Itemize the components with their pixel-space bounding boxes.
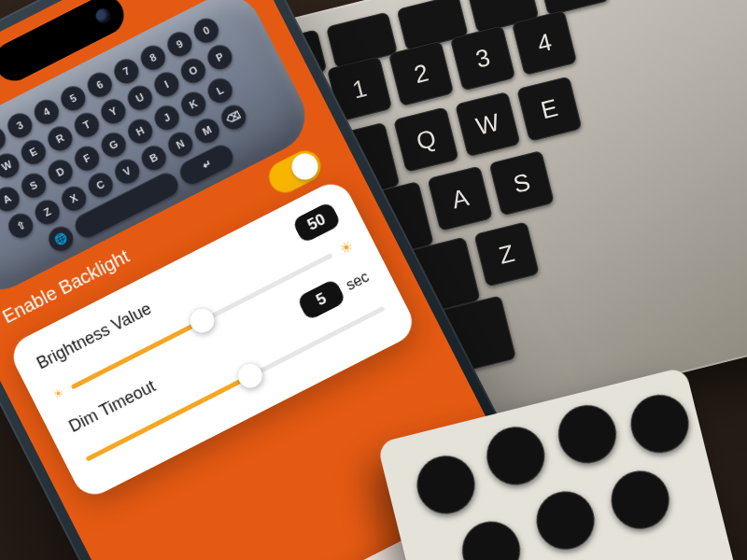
sun-small-icon: ☀︎ (51, 385, 66, 401)
ext-key: E (516, 77, 582, 142)
ext-key: Q (393, 106, 458, 172)
mini-key: C (84, 169, 117, 202)
mini-key: K (177, 88, 210, 120)
dim-timeout-unit: sec (344, 269, 372, 294)
mini-key: A (0, 183, 23, 216)
mini-key: 0 (190, 14, 222, 47)
mini-key: G (97, 129, 130, 161)
ext-key: A (428, 165, 493, 231)
mini-key: J (150, 101, 183, 133)
slider-thumb[interactable] (233, 359, 266, 392)
toggle-knob (288, 149, 323, 185)
mini-key: I (150, 68, 183, 101)
mini-key: 6 (83, 68, 116, 101)
mini-key: F (71, 142, 104, 175)
mini-key: B (137, 142, 170, 175)
mini-key: 9 (163, 28, 196, 61)
mini-key: D (44, 156, 77, 189)
signal-icon (141, 0, 169, 2)
mini-key: L (204, 74, 236, 106)
mini-key: N (164, 128, 197, 161)
mini-key: M (190, 114, 223, 147)
mini-key: ⌫ (218, 101, 250, 133)
ext-key: 3 (450, 25, 515, 91)
mini-key: 5 (57, 82, 90, 115)
mini-key: Z (31, 196, 63, 229)
mini-key: 3 (4, 109, 36, 142)
mini-key: S (18, 169, 50, 202)
mini-key: E (17, 135, 49, 168)
slider-thumb[interactable] (186, 304, 218, 337)
mini-key: O (176, 54, 209, 87)
mini-key: ⇧ (5, 209, 37, 242)
mini-key: R (44, 122, 77, 155)
mini-key: H (124, 115, 157, 147)
mini-key: 4 (30, 95, 63, 128)
mini-key: Y (97, 95, 130, 128)
ext-key: Z (473, 221, 539, 287)
mini-key: 7 (110, 55, 143, 88)
ext-key: W (455, 91, 520, 157)
sun-large-icon: ☀︎ (336, 236, 356, 258)
mini-key: X (58, 182, 91, 215)
mini-key: P (204, 41, 236, 74)
mini-key: T (70, 108, 103, 141)
mini-key: 8 (136, 41, 169, 74)
mini-key: 🌐 (45, 222, 78, 255)
mini-key: V (111, 155, 144, 188)
ext-key: S (489, 150, 555, 216)
mini-key: W (0, 149, 23, 182)
ext-key: 2 (388, 41, 454, 106)
ext-key: 4 (512, 10, 577, 76)
mini-key: U (123, 81, 156, 114)
